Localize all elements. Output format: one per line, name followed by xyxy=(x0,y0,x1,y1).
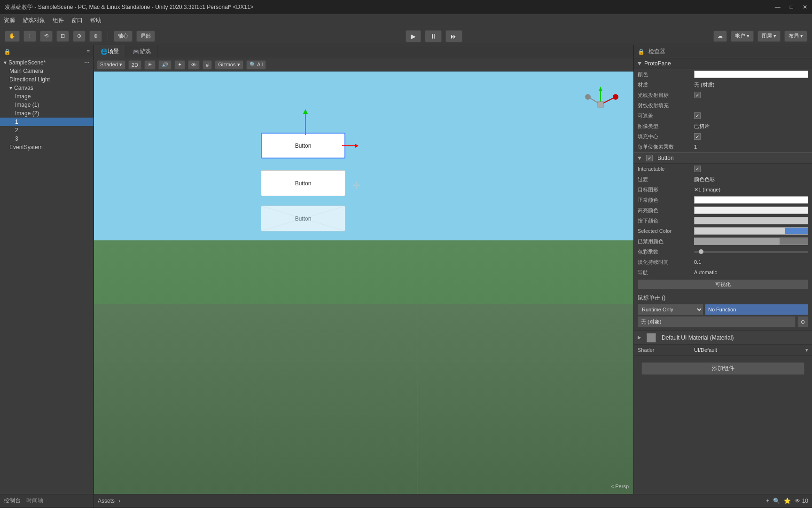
shader-expand[interactable]: ▾ xyxy=(805,347,808,353)
normal-color-swatch[interactable] xyxy=(694,196,808,204)
inspector-lock-icon[interactable]: 🔒 xyxy=(638,48,645,55)
interactable-label: Interactable xyxy=(638,166,694,172)
hierarchy-item-canvas[interactable]: ▾ Canvas xyxy=(0,84,94,92)
fill-center-checkbox[interactable] xyxy=(694,133,701,140)
tool-scale[interactable]: ⊡ xyxy=(56,31,69,42)
protopane-title[interactable]: ProtoPane xyxy=(634,58,812,69)
hierarchy-item-samplescene[interactable]: ▾ SampleScene* ⋯ xyxy=(0,58,94,67)
maximize-btn[interactable]: □ xyxy=(790,4,793,10)
search-btn[interactable]: 🔍 All xyxy=(246,60,266,70)
tool-transform[interactable]: ⊗ xyxy=(89,31,102,42)
color-multiplier-slider[interactable] xyxy=(694,251,808,253)
tab-scene-icon: 🌐 xyxy=(101,48,108,55)
menu-window[interactable]: 窗口 xyxy=(71,16,83,24)
item-label: 1 xyxy=(15,119,18,125)
section-name: ProtoPane xyxy=(644,60,671,67)
pause-button[interactable]: ⏸ xyxy=(425,30,442,42)
disabled-color-swatch[interactable] xyxy=(694,238,808,245)
hierarchy-item-directionallight[interactable]: Directional Light xyxy=(0,75,94,84)
layers-btn[interactable]: 图层 ▾ xyxy=(757,31,781,42)
hierarchy-item-3[interactable]: 3 xyxy=(0,135,94,143)
visualize-btn[interactable]: 可视化 xyxy=(638,279,808,289)
interactable-checkbox[interactable] xyxy=(694,166,701,172)
tab-scene[interactable]: 🌐 场景 xyxy=(94,45,126,58)
maskable-checkbox[interactable] xyxy=(694,112,701,119)
button-component-title[interactable]: Button xyxy=(634,152,812,164)
highlighted-color-swatch[interactable] xyxy=(694,206,808,214)
hierarchy-item-2[interactable]: 2 xyxy=(0,126,94,135)
normal-color-label: 正常颜色 xyxy=(638,197,694,204)
layout-btn[interactable]: 布局 ▾ xyxy=(784,31,807,42)
scene-button-3[interactable]: Button xyxy=(261,206,345,231)
menu-gameobject[interactable]: 游戏对象 xyxy=(23,16,45,24)
play-button[interactable]: ▶ xyxy=(406,30,421,42)
hierarchy-lock-icon[interactable]: 🔒 xyxy=(4,48,11,55)
scene-toolbar: Shaded ▾ 2D ☀ 🔊 ✦ 👁 # Gizmos ▾ 🔍 All xyxy=(94,58,633,71)
color-row: 颜色 xyxy=(634,69,812,79)
menu-assets[interactable]: 资源 xyxy=(4,16,15,24)
runtime-only-select[interactable]: Runtime Only xyxy=(638,304,703,315)
mouse-click-section: 鼠标单击 () Runtime Only No Function 无 (对象) … xyxy=(634,291,812,330)
step-button[interactable]: ⏭ xyxy=(445,30,462,42)
hierarchy-item-image[interactable]: Image xyxy=(0,92,94,101)
menu-help[interactable]: 帮助 xyxy=(90,16,102,24)
material-title[interactable]: Default UI Material (Material) xyxy=(634,331,812,345)
color-label: 颜色 xyxy=(638,71,694,78)
main-toolbar: ✋ ⊹ ⟲ ⊡ ⊕ ⊗ 轴心 局部 ▶ ⏸ ⏭ ☁ 帐户 ▾ 图层 ▾ 布局 ▾ xyxy=(0,27,812,45)
grid-btn[interactable]: # xyxy=(203,60,212,70)
hierarchy-item-1[interactable]: 1 xyxy=(0,118,94,126)
add-component-btn[interactable]: 添加组件 xyxy=(641,362,804,375)
light-btn[interactable]: ☀ xyxy=(144,60,156,70)
hierarchy-menu-icon[interactable]: ≡ xyxy=(86,48,90,55)
timeline-tab[interactable]: 时间轴 xyxy=(26,497,43,505)
separator-1 xyxy=(108,31,108,41)
effects-btn[interactable]: ✦ xyxy=(174,60,185,70)
hierarchy-item-maincamera[interactable]: Main Camera xyxy=(0,67,94,75)
tab-game[interactable]: 🎮 游戏 xyxy=(126,45,158,58)
all-label: All xyxy=(257,62,263,67)
menu-bar: 资源 游戏对象 组件 窗口 帮助 xyxy=(0,14,812,27)
tool-move[interactable]: ⊹ xyxy=(23,31,36,42)
pivot-btn[interactable]: 轴心 xyxy=(114,31,133,42)
event-object-picker[interactable]: ⊙ xyxy=(797,316,808,327)
button-enabled-checkbox[interactable] xyxy=(646,155,653,161)
event-object-input[interactable]: 无 (对象) xyxy=(638,316,796,327)
tool-rotate[interactable]: ⟲ xyxy=(40,31,53,42)
sound-btn[interactable]: 🔊 xyxy=(158,60,172,70)
local-btn[interactable]: 局部 xyxy=(136,31,155,42)
scene-button-2[interactable]: Button xyxy=(261,170,345,196)
gizmos-btn[interactable]: Gizmos ▾ xyxy=(215,60,243,70)
item-label: Canvas xyxy=(14,85,33,91)
account-btn[interactable]: 帐户 ▾ xyxy=(731,31,754,42)
scene-perspective-label: < Persp xyxy=(611,484,629,489)
tool-rect[interactable]: ⊕ xyxy=(73,31,86,42)
minimize-btn[interactable]: — xyxy=(775,4,781,10)
add-asset-btn[interactable]: + xyxy=(766,498,769,504)
collab-btn[interactable]: ☁ xyxy=(713,31,727,42)
hidden-btn[interactable]: 👁 xyxy=(188,60,200,70)
color-value[interactable] xyxy=(694,71,808,78)
console-tab[interactable]: 控制台 xyxy=(4,497,21,505)
2d-btn[interactable]: 2D xyxy=(128,60,141,70)
hierarchy-item-eventsystem[interactable]: EventSystem xyxy=(0,143,94,151)
close-btn[interactable]: ✕ xyxy=(803,4,807,10)
shaded-btn[interactable]: Shaded ▾ xyxy=(97,60,125,70)
fold-arrow xyxy=(638,336,641,340)
inspector-header: 🔒 检查器 xyxy=(634,45,812,58)
selected-color-swatch[interactable] xyxy=(694,227,808,235)
button-component-label: Button xyxy=(657,155,674,161)
event-object-row: 无 (对象) ⊙ xyxy=(638,316,808,327)
pressed-color-row: 按下颜色 xyxy=(634,215,812,226)
fade-duration-label: 淡化持续时间 xyxy=(638,259,694,266)
maskable-label: 可遮盖 xyxy=(638,112,694,119)
tool-hand[interactable]: ✋ xyxy=(5,31,20,42)
star-asset-btn[interactable]: ⭐ xyxy=(784,498,791,504)
pressed-color-swatch[interactable] xyxy=(694,217,808,224)
raycast-checkbox[interactable] xyxy=(694,92,701,98)
hierarchy-item-image1[interactable]: Image (1) xyxy=(0,101,94,109)
hierarchy-item-image2[interactable]: Image (2) xyxy=(0,109,94,118)
hierarchy-options[interactable]: ⋯ xyxy=(84,59,90,66)
menu-component[interactable]: 组件 xyxy=(53,16,64,24)
scene-view[interactable]: Button Button ✛ Button xyxy=(94,71,633,494)
search-asset-btn[interactable]: 🔍 xyxy=(773,498,780,504)
